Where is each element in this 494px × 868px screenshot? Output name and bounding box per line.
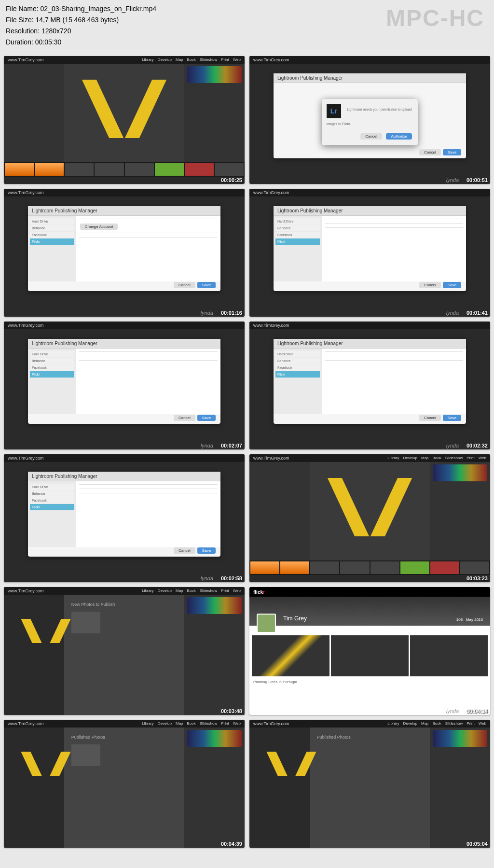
thumbnail-12[interactable]: www.TimGrey.com LibraryDevelopMapBookSli… <box>249 720 490 848</box>
nav-menu: LibraryDevelopMapBookSlideshowPrintWeb <box>142 57 241 62</box>
username: Tim Grey <box>283 615 307 622</box>
duration-value: 00:05:30 <box>35 38 62 46</box>
thumbnail-8[interactable]: www.TimGrey.com LibraryDevelopMapBookSli… <box>249 454 490 582</box>
thumbnail-3[interactable]: www.TimGrey.com Lightroom Publishing Man… <box>4 189 245 317</box>
duration-label: Duration: <box>6 38 33 46</box>
flickr-logo: flickr <box>253 589 265 595</box>
filename-value: 02_03-Sharing_Images_on_Flickr.mp4 <box>41 5 156 13</box>
thumbnail-5[interactable]: www.TimGrey.com Lightroom Publishing Man… <box>4 322 245 449</box>
flickr-photo[interactable] <box>252 635 329 676</box>
site-url: www.TimGrey.com <box>8 57 44 62</box>
file-info-header: File Name: 02_03-Sharing_Images_on_Flick… <box>0 0 494 52</box>
thumbnail-4[interactable]: www.TimGrey.com Lightroom Publishing Man… <box>249 189 490 317</box>
filesize-value: 14,7 MB (15 468 463 bytes) <box>35 16 119 24</box>
resolution-label: Resolution: <box>6 27 40 35</box>
user-avatar[interactable] <box>257 614 276 633</box>
lightroom-icon: Lr <box>327 104 341 118</box>
thumbnail-6[interactable]: www.TimGrey.com Lightroom Publishing Man… <box>249 322 490 449</box>
resolution-value: 1280x720 <box>41 27 71 35</box>
publishing-dialog: Lightroom Publishing Manager Lr Lightroo… <box>274 73 466 158</box>
thumbnail-1[interactable]: www.TimGrey.com LibraryDevelopMapBookSli… <box>4 56 245 184</box>
cancel-button[interactable]: Cancel <box>360 133 382 140</box>
filesize-label: File Size: <box>6 16 34 24</box>
thumbnail-9[interactable]: www.TimGrey.com LibraryDevelopMapBookSli… <box>4 587 245 715</box>
filmstrip <box>4 162 245 177</box>
histogram <box>187 66 241 83</box>
authorize-button[interactable]: Authorize <box>386 133 412 140</box>
auth-dialog: Lr Lightroom needs your permission to up… <box>322 99 418 145</box>
main-image <box>88 80 161 138</box>
thumbnail-7[interactable]: www.TimGrey.com Lightroom Publishing Man… <box>4 454 245 582</box>
timestamp: 00:00:25 <box>221 177 242 183</box>
thumbnail-2[interactable]: www.TimGrey.com Lightroom Publishing Man… <box>249 56 490 184</box>
published-thumb[interactable] <box>71 612 100 633</box>
thumbnail-10[interactable]: flickr Tim Grey 108 May 2010 Painting Li… <box>249 587 490 715</box>
mpc-watermark: MPC-HC <box>386 5 484 31</box>
thumbnail-grid: www.TimGrey.com LibraryDevelopMapBookSli… <box>0 52 494 852</box>
thumbnail-11[interactable]: www.TimGrey.com LibraryDevelopMapBookSli… <box>4 720 245 848</box>
flickr-service[interactable]: Flickr <box>30 238 74 245</box>
filename-label: File Name: <box>6 5 39 13</box>
